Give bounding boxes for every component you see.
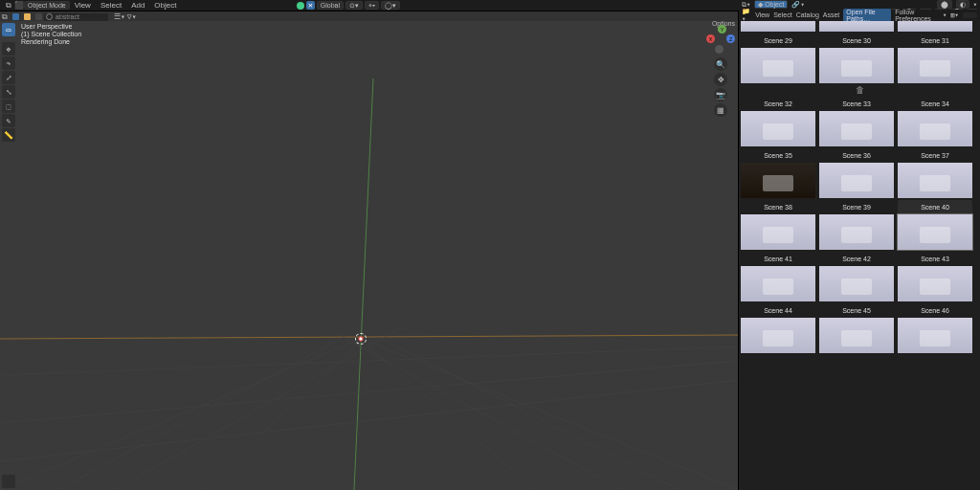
asset-thumb[interactable]: [898, 214, 972, 250]
bottom-tool-icon[interactable]: [2, 475, 15, 488]
asset-menu-catalog[interactable]: Catalog: [796, 11, 819, 18]
asset-mode[interactable]: ◆ Object: [754, 0, 788, 9]
asset-item[interactable]: Scene 35: [741, 148, 815, 198]
menu-add[interactable]: Add: [126, 0, 149, 11]
filter-color-2[interactable]: [24, 13, 31, 20]
asset-thumb[interactable]: [741, 214, 815, 250]
menu-object[interactable]: Object: [149, 0, 181, 11]
asset-thumb[interactable]: [819, 48, 894, 83]
svg-line-10: [378, 337, 679, 490]
move-icon[interactable]: ✥: [714, 73, 727, 86]
asset-item[interactable]: Scene 32: [741, 97, 815, 146]
asset-thumb[interactable]: [898, 111, 972, 146]
mode-selector[interactable]: Object Mode: [24, 1, 70, 10]
asset-item[interactable]: Scene 42: [819, 252, 894, 301]
filter-color-1[interactable]: [12, 13, 19, 20]
nav-gizmo[interactable]: X Y Z: [708, 27, 733, 52]
asset-label: Scene 45: [819, 303, 894, 318]
asset-thumb[interactable]: [819, 318, 894, 353]
asset-menu-asset[interactable]: Asset: [823, 11, 840, 18]
perspective-icon[interactable]: ▦: [714, 103, 727, 117]
asset-thumb[interactable]: [898, 318, 972, 353]
asset-item[interactable]: Scene 41: [741, 252, 815, 301]
asset-label: Scene 44: [741, 303, 815, 318]
asset-thumb[interactable]: [741, 111, 815, 146]
asset-label: Scene 41: [741, 252, 815, 266]
orientation-dropdown[interactable]: Global: [317, 1, 344, 10]
asset-link-icon[interactable]: 🔗▾: [791, 1, 804, 9]
asset-menu-select[interactable]: Select: [773, 11, 791, 18]
asset-label: Scene 37: [898, 148, 972, 163]
asset-thumb[interactable]: [741, 163, 815, 198]
asset-item[interactable]: Scene 29: [741, 33, 815, 83]
asset-label: Scene 40: [898, 200, 972, 214]
asset-thumb[interactable]: [819, 214, 894, 250]
pivot-dropdown[interactable]: ⊙▾: [345, 1, 363, 10]
asset-item[interactable]: Scene 40: [898, 200, 972, 250]
asset-thumb[interactable]: [741, 266, 815, 301]
asset-thumb[interactable]: [819, 111, 894, 146]
x-icon[interactable]: ✕: [306, 1, 315, 10]
asset-thumb[interactable]: [819, 266, 894, 301]
asset-label: Scene 32: [741, 97, 815, 111]
3d-viewport[interactable]: Options ▭✥↷⤢⤡⬚✎📏 User Perspective (1) Sc…: [0, 21, 739, 490]
asset-display-icon[interactable]: ▥▾: [950, 11, 958, 19]
viewport-search[interactable]: abstract: [44, 13, 108, 21]
asset-shade-icon[interactable]: ⬤: [937, 0, 952, 9]
svg-line-9: [57, 337, 345, 490]
snap-toggle[interactable]: ⌖▾: [365, 1, 379, 10]
asset-item[interactable]: Scene 37: [898, 148, 972, 198]
svg-line-5: [325, 327, 622, 490]
asset-label: Scene 39: [819, 200, 894, 214]
asset-label: Scene 36: [819, 148, 894, 163]
asset-item[interactable]: Scene 39: [819, 200, 894, 250]
asset-item[interactable]: Scene 31: [898, 33, 972, 83]
funnel-icon[interactable]: ☰▾: [114, 12, 125, 21]
asset-item[interactable]: Scene 44: [741, 303, 815, 353]
asset-label: Scene 31: [898, 33, 972, 48]
asset-item[interactable]: Scene 45: [819, 303, 894, 353]
menu-select[interactable]: Select: [96, 0, 126, 11]
svg-line-4: [115, 327, 402, 490]
asset-item[interactable]: Scene 38: [741, 200, 815, 250]
asset-label: Scene 46: [898, 303, 972, 318]
asset-dropdown-icon[interactable]: ▾: [973, 1, 977, 9]
svg-line-1: [354, 78, 373, 490]
asset-thumb[interactable]: [741, 318, 815, 353]
filter-funnel-icon[interactable]: ▽▾: [127, 12, 137, 21]
asset-thumb[interactable]: [819, 163, 894, 198]
asset-label: Scene 42: [819, 252, 894, 266]
asset-menu-view[interactable]: View: [755, 11, 769, 18]
editor-type-icon[interactable]: ⧉: [6, 1, 11, 11]
chevron-down-icon[interactable]: ▾: [943, 11, 947, 19]
object-mode-icon[interactable]: ⬛: [14, 1, 24, 10]
asset-label: Scene 33: [819, 97, 894, 111]
svg-line-2: [0, 339, 361, 490]
asset-thumb[interactable]: [898, 48, 972, 83]
asset-item[interactable]: Scene 30: [819, 33, 894, 83]
asset-search[interactable]: [963, 12, 977, 18]
asset-item[interactable]: Scene 46: [898, 303, 972, 353]
svg-line-3: [361, 339, 739, 490]
menu-view[interactable]: View: [70, 0, 96, 11]
asset-item[interactable]: Scene 33: [819, 97, 894, 146]
zoom-icon[interactable]: 🔍: [714, 57, 727, 71]
asset-shade-icon-2[interactable]: ◐: [956, 0, 969, 9]
corner-icon[interactable]: ⧉: [2, 12, 8, 22]
selectability-icon[interactable]: [297, 2, 304, 10]
proportional-edit[interactable]: ◯▾: [381, 1, 400, 10]
asset-thumb[interactable]: [898, 266, 972, 301]
asset-label: Scene 29: [741, 33, 815, 48]
asset-item[interactable]: Scene 43: [898, 252, 972, 301]
trash-icon[interactable]: 🗑: [741, 85, 978, 95]
filter-color-3[interactable]: [35, 13, 42, 20]
asset-item[interactable]: Scene 34: [898, 97, 972, 146]
asset-editor-icon[interactable]: ⧉▾: [742, 1, 750, 9]
asset-item[interactable]: Scene 36: [819, 148, 894, 198]
asset-thumb[interactable]: [898, 163, 972, 198]
asset-label: Scene 35: [741, 148, 815, 163]
svg-line-7: [0, 346, 739, 375]
camera-icon[interactable]: 📷: [714, 88, 727, 101]
svg-line-12: [359, 339, 536, 490]
asset-thumb[interactable]: [741, 48, 815, 83]
